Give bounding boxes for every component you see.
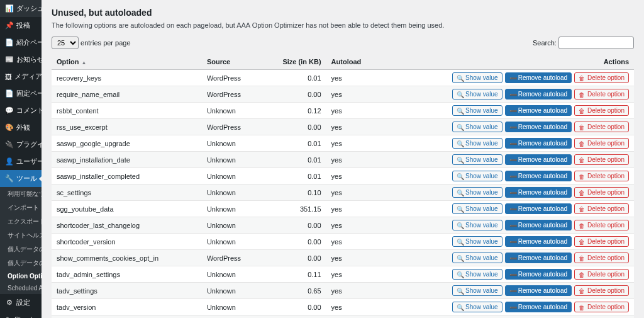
- remove-autoload-button[interactable]: ➖Remove autoload: [505, 220, 572, 230]
- magnifier-icon: 🔍: [457, 108, 463, 114]
- table-row: shortcoder_last_changelogUnknown0.00yes🔍…: [52, 217, 634, 234]
- trash-icon: 🗑: [579, 173, 585, 179]
- sidebar-item[interactable]: 📄固定ページ: [0, 85, 42, 102]
- show-value-button[interactable]: 🔍Show value: [452, 72, 502, 83]
- cell-autoload: yes: [326, 283, 380, 299]
- col-size[interactable]: Size (in KB): [261, 54, 326, 70]
- delete-option-button[interactable]: 🗑Delete option: [574, 236, 629, 247]
- remove-autoload-button[interactable]: ➖Remove autoload: [505, 187, 572, 198]
- show-value-button[interactable]: 🔍Show value: [452, 122, 502, 132]
- show-value-button[interactable]: 🔍Show value: [452, 171, 502, 181]
- table-row: saswp_installer_completedUnknown0.01yes🔍…: [52, 168, 634, 185]
- delete-option-button[interactable]: 🗑Delete option: [574, 203, 629, 214]
- remove-autoload-button[interactable]: ➖Remove autoload: [505, 89, 572, 99]
- cell-option: rsbbt_content: [52, 103, 202, 119]
- submenu-item[interactable]: エクスポート: [0, 215, 42, 229]
- show-value-button[interactable]: 🔍Show value: [452, 154, 502, 165]
- sidebar-item[interactable]: 📄紹介ページ: [0, 34, 42, 51]
- cell-size: 0.00: [261, 234, 326, 250]
- delete-option-button[interactable]: 🗑Delete option: [574, 89, 629, 99]
- cell-actions: 🔍Show value➖Remove autoload🗑Delete optio…: [380, 299, 634, 315]
- show-value-button[interactable]: 🔍Show value: [452, 253, 502, 263]
- submenu-item[interactable]: 個人データの消去: [0, 256, 42, 270]
- cell-option: shortcoder_version: [52, 234, 202, 250]
- cell-source: Unknown: [202, 266, 261, 283]
- remove-autoload-button[interactable]: ➖Remove autoload: [505, 269, 572, 280]
- show-value-button[interactable]: 🔍Show value: [452, 285, 502, 296]
- sidebar-item[interactable]: ⚙設定: [0, 294, 42, 311]
- sidebar-item[interactable]: 🔌プラグイン: [0, 136, 42, 153]
- delete-option-button[interactable]: 🗑Delete option: [574, 253, 629, 263]
- remove-autoload-button[interactable]: ➖Remove autoload: [505, 138, 572, 149]
- submenu-item[interactable]: インポート: [0, 201, 42, 215]
- sidebar-item[interactable]: 💬コメント84: [0, 102, 42, 119]
- remove-autoload-button[interactable]: ➖Remove autoload: [505, 72, 572, 83]
- col-option[interactable]: Option: [52, 54, 202, 70]
- col-source[interactable]: Source: [202, 54, 261, 70]
- remove-autoload-button[interactable]: ➖Remove autoload: [505, 122, 572, 132]
- submenu-item[interactable]: Option Optimizer: [0, 270, 42, 282]
- perpage-select[interactable]: 25: [52, 37, 79, 49]
- delete-option-button[interactable]: 🗑Delete option: [574, 285, 629, 296]
- delete-option-button[interactable]: 🗑Delete option: [574, 138, 629, 149]
- cell-actions: 🔍Show value➖Remove autoload🗑Delete optio…: [380, 185, 634, 201]
- cell-size: 351.15: [261, 201, 326, 217]
- delete-option-button[interactable]: 🗑Delete option: [574, 302, 629, 312]
- show-value-button[interactable]: 🔍Show value: [452, 187, 502, 198]
- remove-autoload-button[interactable]: ➖Remove autoload: [505, 253, 572, 263]
- submenu-item[interactable]: サイトヘルス: [0, 229, 42, 242]
- cell-source: Unknown: [202, 185, 261, 201]
- show-value-button[interactable]: 🔍Show value: [452, 220, 502, 230]
- remove-autoload-button[interactable]: ➖Remove autoload: [505, 302, 572, 312]
- menu-icon: 🖼: [5, 72, 12, 81]
- delete-option-button[interactable]: 🗑Delete option: [574, 269, 629, 280]
- show-value-button[interactable]: 🔍Show value: [452, 89, 502, 99]
- submenu-item[interactable]: 個人データのエクスポート: [0, 242, 42, 256]
- sidebar-item[interactable]: 📌投稿: [0, 17, 42, 34]
- remove-autoload-button[interactable]: ➖Remove autoload: [505, 285, 572, 296]
- show-value-button[interactable]: 🔍Show value: [452, 302, 502, 312]
- remove-autoload-button[interactable]: ➖Remove autoload: [505, 171, 572, 181]
- trash-icon: 🗑: [579, 206, 585, 212]
- cell-actions: 🔍Show value➖Remove autoload🗑Delete optio…: [380, 250, 634, 266]
- submenu-item[interactable]: 利用可能なツール: [0, 187, 42, 201]
- remove-autoload-button[interactable]: ➖Remove autoload: [505, 154, 572, 165]
- show-value-button[interactable]: 🔍Show value: [452, 203, 502, 214]
- remove-autoload-button[interactable]: ➖Remove autoload: [505, 105, 572, 116]
- magnifier-icon: 🔍: [457, 75, 463, 81]
- cell-actions: 🔍Show value➖Remove autoload🗑Delete optio…: [380, 168, 634, 185]
- search-input[interactable]: [558, 37, 634, 49]
- sidebar-item[interactable]: 🎨外観: [0, 119, 42, 136]
- delete-option-button[interactable]: 🗑Delete option: [574, 187, 629, 198]
- magnifier-icon: 🔍: [457, 222, 463, 229]
- delete-option-button[interactable]: 🗑Delete option: [574, 122, 629, 132]
- submenu-item[interactable]: Scheduled Actions: [0, 282, 42, 294]
- show-value-button[interactable]: 🔍Show value: [452, 236, 502, 247]
- delete-option-button[interactable]: 🗑Delete option: [574, 154, 629, 165]
- magnifier-icon: 🔍: [457, 140, 463, 147]
- sidebar-item[interactable]: 📊ダッシュボード: [0, 0, 42, 17]
- delete-option-button[interactable]: 🗑Delete option: [574, 72, 629, 83]
- show-value-button[interactable]: 🔍Show value: [452, 269, 502, 280]
- table-row: sgg_youtube_dataUnknown351.15yes🔍Show va…: [52, 201, 634, 217]
- sidebar-item[interactable]: 🖼メディア: [0, 68, 42, 85]
- sidebar-item[interactable]: 📰お知らせ: [0, 51, 42, 68]
- trash-icon: 🗑: [579, 222, 585, 229]
- table-row: sc_settingsUnknown0.10yes🔍Show value➖Rem…: [52, 185, 634, 201]
- cell-source: Unknown: [202, 283, 261, 299]
- delete-option-button[interactable]: 🗑Delete option: [574, 171, 629, 181]
- sidebar-item[interactable]: 👤ユーザー: [0, 153, 42, 170]
- col-autoload[interactable]: Autoload: [326, 54, 380, 70]
- cell-option: recovery_keys: [52, 70, 202, 86]
- table-row: tadv_admin_settingsUnknown0.11yes🔍Show v…: [52, 266, 634, 283]
- show-value-button[interactable]: 🔍Show value: [452, 105, 502, 116]
- submenu: 利用可能なツールインポートエクスポートサイトヘルス個人データのエクスポート個人デ…: [0, 187, 42, 294]
- sidebar-item[interactable]: 🗂Structured Data: [0, 311, 42, 318]
- delete-option-button[interactable]: 🗑Delete option: [574, 105, 629, 116]
- remove-autoload-button[interactable]: ➖Remove autoload: [505, 236, 572, 247]
- sidebar-item[interactable]: 🔧ツール: [0, 170, 42, 187]
- delete-option-button[interactable]: 🗑Delete option: [574, 220, 629, 230]
- show-value-button[interactable]: 🔍Show value: [452, 138, 502, 149]
- remove-autoload-button[interactable]: ➖Remove autoload: [505, 203, 572, 214]
- minus-icon: ➖: [509, 271, 516, 278]
